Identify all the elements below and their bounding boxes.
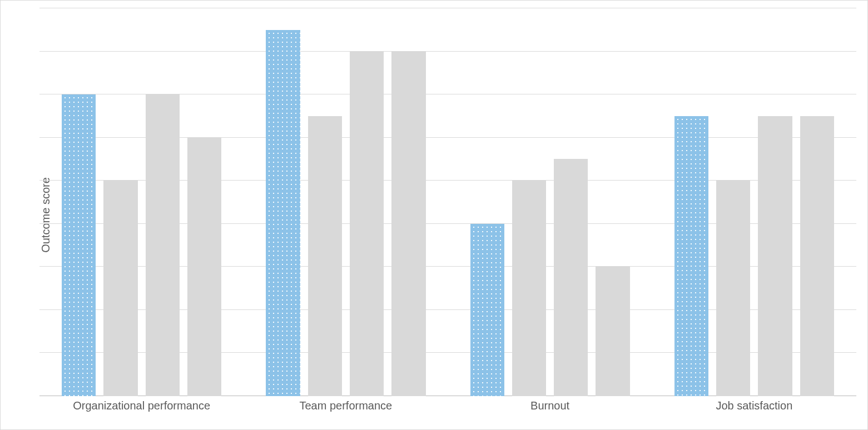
x-axis-label: Organizational performance bbox=[39, 399, 244, 422]
bar-group bbox=[448, 8, 652, 396]
bar bbox=[146, 94, 180, 396]
bars bbox=[448, 8, 652, 396]
bar bbox=[308, 116, 342, 396]
bar bbox=[350, 52, 384, 396]
bar-groups bbox=[39, 8, 856, 396]
bar-group bbox=[244, 8, 448, 396]
bar bbox=[103, 181, 137, 396]
bars bbox=[244, 8, 448, 396]
bar-primary bbox=[470, 224, 504, 396]
bar bbox=[758, 116, 792, 396]
bar bbox=[554, 159, 588, 396]
plot-area bbox=[39, 8, 856, 396]
bar-primary bbox=[266, 30, 300, 396]
bar-group bbox=[652, 8, 856, 396]
x-axis-labels: Organizational performanceTeam performan… bbox=[39, 399, 856, 422]
bar bbox=[512, 181, 546, 396]
bars bbox=[652, 8, 856, 396]
bar-primary bbox=[674, 116, 708, 396]
bar-primary bbox=[62, 94, 96, 396]
bar bbox=[716, 181, 750, 396]
bar-group bbox=[39, 8, 244, 396]
bar bbox=[596, 267, 629, 396]
bar bbox=[800, 116, 834, 396]
bars bbox=[39, 8, 244, 396]
chart-frame: Outcome score Organizational performance… bbox=[0, 0, 868, 430]
bar bbox=[391, 52, 425, 396]
x-axis-label: Job satisfaction bbox=[652, 399, 856, 422]
x-axis-label: Team performance bbox=[244, 399, 448, 422]
x-axis-label: Burnout bbox=[448, 399, 652, 422]
bar bbox=[187, 138, 221, 396]
